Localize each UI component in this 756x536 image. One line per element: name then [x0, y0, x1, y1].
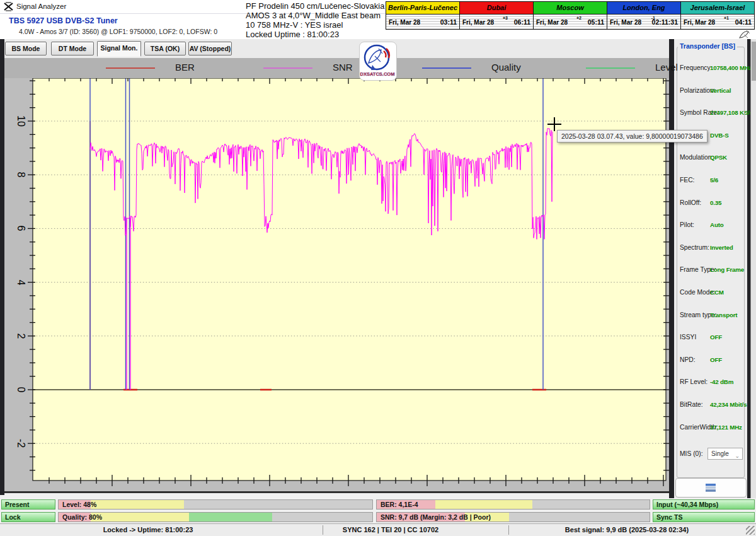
field-label-modulation: Modulation:	[680, 154, 713, 161]
tab-dt-mode[interactable]: DT Mode	[51, 42, 94, 55]
mis-select[interactable]: Single ⌄	[707, 448, 743, 460]
clock-utc-offset: +1	[724, 16, 729, 20]
snr-bar: SNR: 9,7 dB (Margin: 3,2 dB | Poor)	[376, 512, 650, 522]
field-value-carrierwidth: 37,121 MHz	[710, 424, 742, 431]
clock-cell-moscow: MoscowFri, Mar 28+205:11	[534, 2, 607, 29]
tab-av-stopped[interactable]: AV (Stopped)	[188, 42, 232, 55]
clock-time-row: Fri, Mar 28+104:11	[681, 15, 754, 29]
tab-tsa-ok[interactable]: TSA (OK)	[144, 42, 186, 55]
tab-bs-mode[interactable]: BS Mode	[5, 42, 47, 55]
center-splitter-strip	[669, 39, 674, 498]
field-label-bitrate: BitRate:	[680, 401, 703, 408]
field-label-frequency: Frequency:	[680, 64, 713, 71]
resize-grip[interactable]	[746, 526, 755, 535]
field-value-symbol-rate: 27497,108 KS/s	[710, 109, 753, 116]
antenna-info-block: PF Prodelin 450 cm/Lučenec-Slovakia AMOS…	[246, 1, 384, 39]
clock-time: 04:11	[735, 18, 752, 26]
status-box-input-40-34-mbps: Input (~40,34 Mbps)	[653, 499, 755, 510]
field-label-pilot: Pilot:	[680, 221, 694, 228]
service-list-icon	[706, 484, 716, 492]
clock-date: Fri, Mar 28	[610, 19, 641, 26]
clock-cell-dubai: DubaiFri, Mar 28+306:11	[460, 2, 534, 29]
quality-bar: Quality: 80%	[58, 512, 373, 522]
clock-city: Jerusalem-Israel	[681, 2, 754, 15]
level-bar: Level: 48%	[58, 499, 373, 510]
field-value-modulation: QPSK	[710, 154, 727, 161]
y-axis-label-10: 10	[13, 114, 26, 129]
left-border-strip	[0, 39, 4, 495]
signal-analyzer-window: Signal Analyzer TBS 5927 USB DVB-S2 Tune…	[0, 0, 756, 536]
transponder-group-title: Transponder [BS]	[678, 42, 737, 50]
y-axis-label-0: 0	[13, 382, 26, 397]
mode-tabs: BS ModeDT ModeSignal Mon.TSA (OK)AV (Sto…	[4, 39, 669, 58]
field-value-rf-level: -42 dBm	[710, 378, 733, 385]
bar-label: Quality: 80%	[62, 513, 102, 521]
signal-chart[interactable]	[4, 39, 669, 491]
field-label-rolloff: RollOff:	[680, 199, 701, 206]
progress-row-lock: LockQuality: 80%SNR: 9,7 dB (Margin: 3,2…	[0, 512, 756, 522]
y-axis-label-6: 6	[13, 221, 26, 236]
clock-city: Moscow	[534, 2, 607, 15]
clock-time-row: Fri, Mar 28+306:11	[460, 15, 533, 29]
clock-time: 06:11	[514, 18, 530, 26]
info-line-antenna: PF Prodelin 450 cm/Lučenec-Slovakia	[246, 1, 384, 11]
clock-city: Berlin-Paris-Lučenec	[386, 2, 459, 15]
scrollbar-thumb[interactable]	[752, 42, 756, 81]
crosshair-cursor-v	[554, 117, 555, 131]
clock-date: Fri, Mar 28	[536, 19, 568, 26]
field-value-bitrate: 42,234 Mbit/s	[710, 401, 747, 408]
clock-date: Fri, Mar 28	[389, 19, 420, 26]
status-box-sync-ts: Sync TS	[653, 512, 755, 522]
field-value-polarization: Vertical	[710, 87, 731, 94]
bar-segment-green	[189, 513, 272, 521]
field-value-spectrum: Inverted	[710, 244, 733, 251]
field-value-pilot: Auto	[710, 221, 724, 228]
field-value-stream-type: Transport	[710, 312, 737, 318]
legend-line-snr	[263, 67, 312, 69]
clock-cell-london-eng: London, EngFri, Mar 28-102:11:31	[607, 2, 681, 29]
clock-time-row: Fri, Mar 28-102:11:31	[607, 15, 680, 29]
clock-time: 05:11	[588, 18, 604, 26]
y-axis-label-8: 8	[13, 167, 26, 182]
mis-selected-value: Single	[711, 450, 729, 457]
clock-utc-offset: +2	[576, 16, 581, 20]
device-title: TBS 5927 USB DVB-S2 Tuner	[9, 16, 118, 25]
transponder-panel: Transponder [BS] Frequency:10758,400 MHz…	[674, 39, 747, 498]
field-label-spectrum: Spectrum:	[680, 244, 709, 251]
info-line-frequency: 10 758 MHz-V : YES israel	[246, 20, 384, 30]
info-line-satellite: AMOS 3 at 4,0°W_Middle East beam	[246, 11, 384, 20]
right-scrollbar[interactable]	[750, 39, 756, 498]
bar-segment-yellow	[435, 500, 532, 509]
legend-label-snr: SNR	[333, 62, 353, 73]
status-divider	[508, 525, 509, 535]
bar-segment-yellow	[91, 500, 184, 509]
field-value-standard: DVB-S	[710, 132, 728, 139]
y-axis-label--2: -2	[13, 436, 26, 451]
clock-time: 03:11	[440, 18, 457, 26]
world-clock-strip: Berlin-Paris-LučenecFri, Mar 2803:11Duba…	[386, 1, 755, 30]
legend-line-ber	[106, 67, 155, 69]
legend-label-ber: BER	[175, 62, 195, 73]
clock-date: Fri, Mar 28	[462, 19, 494, 26]
status-best-signal: Best signal: 9,9 dB (2025-03-28 02:34)	[526, 526, 728, 533]
clock-cell-jerusalem-israel: Jerusalem-IsraelFri, Mar 28+104:11	[681, 2, 754, 29]
logo-text: DXSATCS.COM	[360, 71, 395, 77]
y-axis-label-2: 2	[13, 329, 26, 344]
dxsatcs-logo: DXSATCS.COM	[359, 42, 397, 81]
clock-time-row: Fri, Mar 2803:11	[386, 15, 459, 29]
services-button[interactable]	[675, 478, 747, 498]
clock-date: Fri, Mar 28	[684, 19, 715, 26]
clock-time-row: Fri, Mar 28+205:11	[534, 15, 607, 29]
field-label-issyi: ISSYI	[680, 334, 696, 341]
statusbar: Locked -> Uptime: 81:00:23 SYNC 162 | TE…	[0, 523, 756, 536]
chart-legend: BERSNRQualityLevel	[4, 58, 669, 78]
status-box-present: Present	[1, 499, 55, 510]
field-value-frequency: 10758,400 MHz	[710, 64, 752, 71]
top-header-area: Signal Analyzer TBS 5927 USB DVB-S2 Tune…	[0, 0, 756, 39]
chart-tooltip: 2025-03-28 03.07.43, value: 9,8000001907…	[557, 130, 707, 143]
progress-row-present: PresentLevel: 48%BER: 4,1E-4Input (~40,3…	[0, 499, 756, 510]
device-subtitle: 4.0W - Amos 3/7 (ID: 3560) @ LOF1: 97500…	[19, 28, 217, 35]
field-value-code-mode: CCM	[710, 289, 724, 296]
tab-signal-mon[interactable]: Signal Mon.	[97, 41, 141, 57]
legend-label-level: Level	[655, 62, 678, 73]
